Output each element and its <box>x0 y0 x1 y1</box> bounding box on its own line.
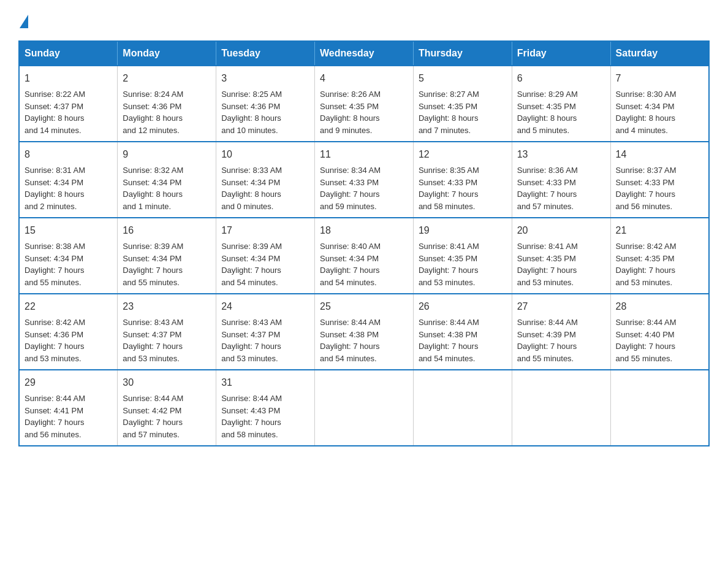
logo-triangle-icon <box>20 15 28 28</box>
calendar-week-row: 1Sunrise: 8:22 AM Sunset: 4:37 PM Daylig… <box>19 66 709 142</box>
calendar-cell <box>512 370 610 446</box>
day-info: Sunrise: 8:44 AM Sunset: 4:38 PM Dayligh… <box>320 316 408 364</box>
calendar-cell: 28Sunrise: 8:44 AM Sunset: 4:40 PM Dayli… <box>610 294 709 370</box>
day-number: 17 <box>221 223 309 238</box>
day-number: 1 <box>25 71 112 86</box>
day-info: Sunrise: 8:43 AM Sunset: 4:37 PM Dayligh… <box>123 316 211 364</box>
calendar-cell: 9Sunrise: 8:32 AM Sunset: 4:34 PM Daylig… <box>118 142 216 218</box>
day-number: 19 <box>419 223 507 238</box>
day-info: Sunrise: 8:44 AM Sunset: 4:40 PM Dayligh… <box>616 316 703 364</box>
day-info: Sunrise: 8:29 AM Sunset: 4:35 PM Dayligh… <box>517 88 605 136</box>
day-number: 24 <box>221 299 309 314</box>
calendar-cell: 29Sunrise: 8:44 AM Sunset: 4:41 PM Dayli… <box>19 370 118 446</box>
day-number: 21 <box>616 223 703 238</box>
calendar-cell: 30Sunrise: 8:44 AM Sunset: 4:42 PM Dayli… <box>118 370 216 446</box>
calendar-cell <box>413 370 512 446</box>
logo <box>18 12 28 28</box>
day-number: 23 <box>123 299 211 314</box>
calendar-cell: 10Sunrise: 8:33 AM Sunset: 4:34 PM Dayli… <box>216 142 315 218</box>
day-number: 26 <box>419 299 507 314</box>
day-info: Sunrise: 8:32 AM Sunset: 4:34 PM Dayligh… <box>123 164 211 212</box>
calendar-cell: 21Sunrise: 8:42 AM Sunset: 4:35 PM Dayli… <box>610 218 709 294</box>
calendar-week-row: 8Sunrise: 8:31 AM Sunset: 4:34 PM Daylig… <box>19 142 709 218</box>
calendar-cell: 8Sunrise: 8:31 AM Sunset: 4:34 PM Daylig… <box>19 142 118 218</box>
day-info: Sunrise: 8:44 AM Sunset: 4:39 PM Dayligh… <box>517 316 605 364</box>
calendar-cell: 11Sunrise: 8:34 AM Sunset: 4:33 PM Dayli… <box>315 142 414 218</box>
day-info: Sunrise: 8:43 AM Sunset: 4:37 PM Dayligh… <box>221 316 309 364</box>
day-number: 2 <box>123 71 211 86</box>
header-friday: Friday <box>512 41 610 66</box>
calendar-cell: 6Sunrise: 8:29 AM Sunset: 4:35 PM Daylig… <box>512 66 610 142</box>
day-number: 27 <box>517 299 605 314</box>
day-number: 8 <box>25 147 112 162</box>
day-info: Sunrise: 8:37 AM Sunset: 4:33 PM Dayligh… <box>616 164 703 212</box>
day-number: 25 <box>320 299 408 314</box>
day-number: 13 <box>517 147 605 162</box>
day-number: 10 <box>221 147 309 162</box>
day-info: Sunrise: 8:24 AM Sunset: 4:36 PM Dayligh… <box>123 88 211 136</box>
day-info: Sunrise: 8:44 AM Sunset: 4:43 PM Dayligh… <box>221 393 309 440</box>
calendar-cell: 14Sunrise: 8:37 AM Sunset: 4:33 PM Dayli… <box>610 142 709 218</box>
header-thursday: Thursday <box>413 41 512 66</box>
calendar-cell: 22Sunrise: 8:42 AM Sunset: 4:36 PM Dayli… <box>19 294 118 370</box>
day-info: Sunrise: 8:41 AM Sunset: 4:35 PM Dayligh… <box>517 240 605 288</box>
day-info: Sunrise: 8:42 AM Sunset: 4:35 PM Dayligh… <box>616 240 703 288</box>
calendar-cell: 26Sunrise: 8:44 AM Sunset: 4:38 PM Dayli… <box>413 294 512 370</box>
calendar-week-row: 15Sunrise: 8:38 AM Sunset: 4:34 PM Dayli… <box>19 218 709 294</box>
header-saturday: Saturday <box>610 41 709 66</box>
page-header <box>18 12 710 28</box>
calendar-cell: 16Sunrise: 8:39 AM Sunset: 4:34 PM Dayli… <box>118 218 216 294</box>
calendar-cell: 15Sunrise: 8:38 AM Sunset: 4:34 PM Dayli… <box>19 218 118 294</box>
day-info: Sunrise: 8:41 AM Sunset: 4:35 PM Dayligh… <box>419 240 507 288</box>
day-number: 14 <box>616 147 703 162</box>
day-info: Sunrise: 8:44 AM Sunset: 4:41 PM Dayligh… <box>25 393 112 440</box>
calendar-cell <box>315 370 414 446</box>
day-number: 18 <box>320 223 408 238</box>
calendar-cell: 23Sunrise: 8:43 AM Sunset: 4:37 PM Dayli… <box>118 294 216 370</box>
day-info: Sunrise: 8:44 AM Sunset: 4:38 PM Dayligh… <box>419 316 507 364</box>
calendar-cell: 19Sunrise: 8:41 AM Sunset: 4:35 PM Dayli… <box>413 218 512 294</box>
day-number: 16 <box>123 223 211 238</box>
day-number: 22 <box>25 299 112 314</box>
calendar-cell <box>610 370 709 446</box>
day-number: 4 <box>320 71 408 86</box>
day-info: Sunrise: 8:36 AM Sunset: 4:33 PM Dayligh… <box>517 164 605 212</box>
day-number: 7 <box>616 71 703 86</box>
header-sunday: Sunday <box>19 41 118 66</box>
day-number: 29 <box>25 375 112 390</box>
calendar-cell: 18Sunrise: 8:40 AM Sunset: 4:34 PM Dayli… <box>315 218 414 294</box>
day-info: Sunrise: 8:35 AM Sunset: 4:33 PM Dayligh… <box>419 164 507 212</box>
calendar-cell: 3Sunrise: 8:25 AM Sunset: 4:36 PM Daylig… <box>216 66 315 142</box>
day-info: Sunrise: 8:27 AM Sunset: 4:35 PM Dayligh… <box>419 88 507 136</box>
day-info: Sunrise: 8:39 AM Sunset: 4:34 PM Dayligh… <box>123 240 211 288</box>
header-monday: Monday <box>118 41 216 66</box>
header-wednesday: Wednesday <box>315 41 414 66</box>
calendar-cell: 24Sunrise: 8:43 AM Sunset: 4:37 PM Dayli… <box>216 294 315 370</box>
day-number: 20 <box>517 223 605 238</box>
calendar-cell: 13Sunrise: 8:36 AM Sunset: 4:33 PM Dayli… <box>512 142 610 218</box>
day-info: Sunrise: 8:30 AM Sunset: 4:34 PM Dayligh… <box>616 88 703 136</box>
day-info: Sunrise: 8:42 AM Sunset: 4:36 PM Dayligh… <box>25 316 112 364</box>
calendar-week-row: 22Sunrise: 8:42 AM Sunset: 4:36 PM Dayli… <box>19 294 709 370</box>
day-number: 28 <box>616 299 703 314</box>
calendar-cell: 27Sunrise: 8:44 AM Sunset: 4:39 PM Dayli… <box>512 294 610 370</box>
day-number: 6 <box>517 71 605 86</box>
calendar-cell: 25Sunrise: 8:44 AM Sunset: 4:38 PM Dayli… <box>315 294 414 370</box>
day-info: Sunrise: 8:40 AM Sunset: 4:34 PM Dayligh… <box>320 240 408 288</box>
days-of-week-row: SundayMondayTuesdayWednesdayThursdayFrid… <box>19 41 709 66</box>
day-info: Sunrise: 8:34 AM Sunset: 4:33 PM Dayligh… <box>320 164 408 212</box>
calendar-cell: 7Sunrise: 8:30 AM Sunset: 4:34 PM Daylig… <box>610 66 709 142</box>
calendar-cell: 31Sunrise: 8:44 AM Sunset: 4:43 PM Dayli… <box>216 370 315 446</box>
day-number: 31 <box>221 375 309 390</box>
calendar-cell: 1Sunrise: 8:22 AM Sunset: 4:37 PM Daylig… <box>19 66 118 142</box>
calendar-cell: 2Sunrise: 8:24 AM Sunset: 4:36 PM Daylig… <box>118 66 216 142</box>
calendar-cell: 4Sunrise: 8:26 AM Sunset: 4:35 PM Daylig… <box>315 66 414 142</box>
day-info: Sunrise: 8:44 AM Sunset: 4:42 PM Dayligh… <box>123 393 211 440</box>
calendar-table: SundayMondayTuesdayWednesdayThursdayFrid… <box>18 40 710 446</box>
day-number: 15 <box>25 223 112 238</box>
day-info: Sunrise: 8:25 AM Sunset: 4:36 PM Dayligh… <box>221 88 309 136</box>
calendar-cell: 20Sunrise: 8:41 AM Sunset: 4:35 PM Dayli… <box>512 218 610 294</box>
day-number: 30 <box>123 375 211 390</box>
day-info: Sunrise: 8:22 AM Sunset: 4:37 PM Dayligh… <box>25 88 112 136</box>
day-info: Sunrise: 8:31 AM Sunset: 4:34 PM Dayligh… <box>25 164 112 212</box>
